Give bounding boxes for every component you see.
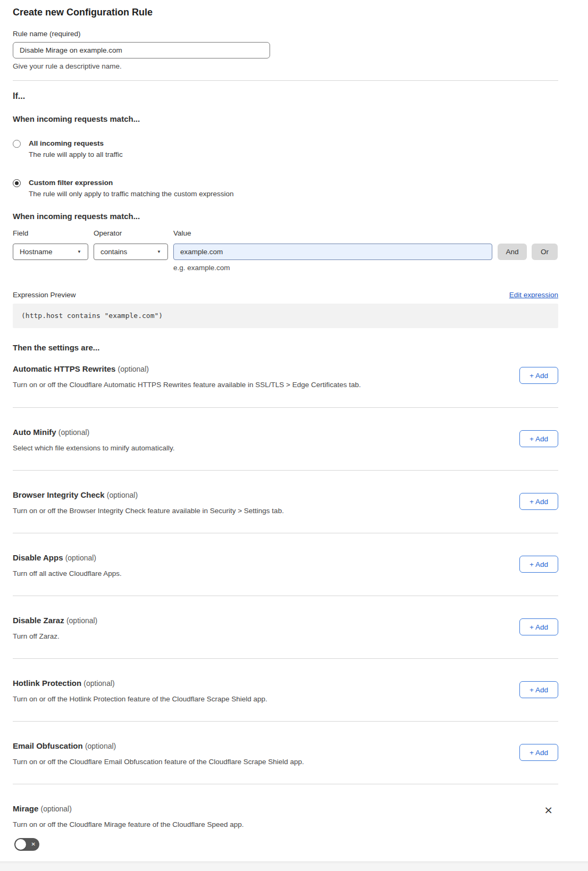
- setting-description: Turn on or off the Cloudflare Automatic …: [13, 380, 361, 390]
- toggle-x-icon: ✕: [31, 842, 36, 847]
- setting-title: Hotlink Protection (optional): [13, 678, 267, 689]
- add-button[interactable]: + Add: [519, 618, 558, 635]
- optional-tag: (optional): [83, 679, 114, 688]
- value-input[interactable]: [173, 244, 492, 260]
- setting-automatic-https-rewrites: Automatic HTTPS Rewrites (optional) Turn…: [13, 353, 558, 407]
- add-button[interactable]: + Add: [519, 493, 558, 510]
- match-heading: When incoming requests match...: [13, 114, 558, 124]
- radio-label: Custom filter expression: [29, 178, 233, 188]
- optional-tag: (optional): [107, 491, 138, 499]
- setting-description: Turn on or off the Cloudflare Mirage fea…: [13, 820, 244, 830]
- expression-preview-code: (http.host contains "example.com"): [13, 304, 558, 328]
- setting-title: Email Obfuscation (optional): [13, 741, 304, 751]
- expression-builder-row: Field Hostname ▼ Operator contains ▼ Val…: [13, 229, 558, 272]
- optional-tag: (optional): [65, 554, 96, 562]
- setting-disable-apps: Disable Apps (optional) Turn off all act…: [13, 533, 558, 596]
- edit-expression-link[interactable]: Edit expression: [509, 290, 558, 299]
- add-button[interactable]: + Add: [519, 430, 558, 447]
- mirage-toggle[interactable]: ✕: [14, 838, 39, 851]
- setting-title: Automatic HTTPS Rewrites (optional): [13, 364, 361, 374]
- if-heading: If...: [13, 91, 558, 102]
- setting-browser-integrity-check: Browser Integrity Check (optional) Turn …: [13, 470, 558, 533]
- add-button[interactable]: + Add: [519, 744, 558, 761]
- setting-description: Turn on or off the Cloudflare Email Obfu…: [13, 757, 304, 767]
- create-configuration-rule-panel: Create new Configuration Rule Rule name …: [0, 6, 588, 855]
- setting-title: Auto Minify (optional): [13, 427, 174, 438]
- optional-tag: (optional): [58, 428, 89, 437]
- field-select[interactable]: Hostname ▼: [13, 244, 88, 260]
- rule-name-input[interactable]: [13, 42, 270, 58]
- and-button[interactable]: And: [498, 244, 527, 260]
- setting-description: Turn off Zaraz.: [13, 632, 97, 641]
- setting-disable-zaraz: Disable Zaraz (optional) Turn off Zaraz.…: [13, 596, 558, 658]
- operator-label: Operator: [94, 229, 168, 238]
- value-label: Value: [173, 229, 492, 238]
- setting-title: Disable Apps (optional): [13, 552, 122, 563]
- chevron-down-icon: ▼: [157, 250, 161, 254]
- rule-name-label: Rule name (required): [13, 29, 558, 38]
- setting-title: Mirage (optional): [13, 803, 244, 814]
- operator-select-value: contains: [100, 248, 127, 256]
- optional-tag: (optional): [118, 365, 149, 373]
- then-heading: Then the settings are...: [13, 343, 558, 353]
- optional-tag: (optional): [41, 805, 72, 813]
- setting-title: Disable Zaraz (optional): [13, 615, 97, 626]
- setting-email-obfuscation: Email Obfuscation (optional) Turn on or …: [13, 721, 558, 784]
- radio-description: The rule will apply to all traffic: [29, 150, 123, 160]
- setting-description: Select which file extensions to minify a…: [13, 443, 174, 453]
- add-button[interactable]: + Add: [519, 367, 558, 384]
- setting-description: Turn on or off the Browser Integrity Che…: [13, 506, 284, 516]
- radio-option-all-incoming-requests[interactable]: All incoming requests The rule will appl…: [13, 139, 558, 160]
- radio-label: All incoming requests: [29, 139, 123, 148]
- builder-heading: When incoming requests match...: [13, 211, 558, 221]
- radio-button[interactable]: [13, 140, 21, 148]
- setting-hotlink-protection: Hotlink Protection (optional) Turn on or…: [13, 658, 558, 721]
- expression-preview-label: Expression Preview: [13, 290, 76, 299]
- radio-button[interactable]: [13, 179, 21, 187]
- close-icon[interactable]: ×: [544, 805, 553, 815]
- field-label: Field: [13, 229, 88, 238]
- add-button[interactable]: + Add: [519, 681, 558, 698]
- value-help: e.g. example.com: [173, 263, 492, 272]
- optional-tag: (optional): [85, 742, 116, 750]
- add-button[interactable]: + Add: [519, 556, 558, 573]
- toggle-knob: [15, 839, 26, 850]
- radio-description: The rule will only apply to traffic matc…: [29, 189, 233, 199]
- section-divider: [13, 80, 558, 81]
- setting-mirage: Mirage (optional) Turn on or off the Clo…: [13, 784, 558, 855]
- field-select-value: Hostname: [20, 248, 53, 256]
- setting-description: Turn on or off the Hotlink Protection fe…: [13, 694, 267, 704]
- radio-option-custom-filter-expression[interactable]: Custom filter expression The rule will o…: [13, 178, 558, 199]
- setting-description: Turn off all active Cloudflare Apps.: [13, 569, 122, 579]
- bottom-bar: [0, 861, 588, 871]
- chevron-down-icon: ▼: [77, 250, 81, 254]
- page-title: Create new Configuration Rule: [13, 6, 558, 18]
- setting-title: Browser Integrity Check (optional): [13, 490, 284, 500]
- setting-auto-minify: Auto Minify (optional) Select which file…: [13, 407, 558, 470]
- rule-name-help: Give your rule a descriptive name.: [13, 62, 558, 71]
- operator-select[interactable]: contains ▼: [94, 244, 168, 260]
- or-button[interactable]: Or: [532, 244, 558, 260]
- optional-tag: (optional): [66, 616, 97, 625]
